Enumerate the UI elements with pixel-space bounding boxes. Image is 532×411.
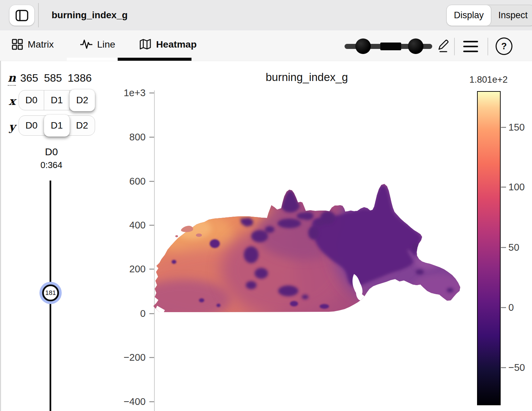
- header-divider: [38, 3, 39, 27]
- window-title: burning_index_g: [52, 0, 128, 30]
- menu-icon: [463, 40, 478, 53]
- menu-button[interactable]: [463, 38, 479, 55]
- y-tick: [149, 225, 154, 226]
- tab-heatmap[interactable]: Heatmap: [139, 30, 197, 58]
- slice-slider-handle[interactable]: 181: [39, 282, 62, 304]
- slice-dim-range: 0:364: [32, 160, 71, 170]
- y-tick-label: −400: [108, 396, 146, 407]
- y-axis-line: [154, 90, 155, 411]
- offshore-islands: [175, 226, 202, 237]
- y-tick-label: 1e+3: [108, 87, 146, 99]
- heatmap-canvas: [0, 0, 532, 411]
- colorbar-tick-label: −50: [508, 362, 525, 373]
- y-tick-label: −200: [108, 352, 146, 363]
- dark-patches: [240, 190, 453, 299]
- y-tick: [149, 137, 154, 138]
- dim-size-d0: 365: [20, 72, 38, 84]
- sidebar-toggle-button[interactable]: [9, 5, 34, 26]
- colorbar-tick: [501, 127, 506, 128]
- help-glyph: ?: [501, 41, 507, 52]
- colorbar: [477, 91, 501, 405]
- y-dim-option-d0[interactable]: D0: [19, 116, 44, 135]
- inspect-mode-button[interactable]: Inspect: [491, 5, 532, 26]
- display-mode-button[interactable]: Display: [447, 5, 491, 26]
- pulse-icon: [80, 39, 92, 50]
- x-dim-option-d0[interactable]: D0: [19, 90, 44, 110]
- colorbar-tick-label: 50: [508, 242, 519, 253]
- y-tick: [149, 92, 154, 93]
- toolbar-divider: [454, 38, 455, 55]
- colorbar-tick: [501, 307, 506, 308]
- tab-heatmap-label: Heatmap: [156, 39, 197, 50]
- range-slider-fill[interactable]: [380, 43, 401, 50]
- x-dim-option-d2-selected[interactable]: D2: [69, 89, 95, 111]
- range-slider-knob-left[interactable]: [355, 38, 371, 54]
- help-icon: ?: [496, 37, 512, 55]
- active-tab-indicator: [118, 58, 191, 61]
- header-bar: burning_index_g Display Inspect: [0, 0, 532, 30]
- left-window-edge: [0, 61, 1, 411]
- x-dim-option-d1[interactable]: D1: [44, 90, 69, 110]
- range-slider-knob-right[interactable]: [408, 38, 423, 54]
- colorbar-tick-label: 150: [508, 122, 525, 133]
- y-tick-label: 400: [108, 220, 146, 231]
- y-dim-option-d1-selected[interactable]: D1: [44, 114, 70, 137]
- tab-underline-track: [67, 58, 118, 61]
- y-dim-option-d2[interactable]: D2: [69, 116, 95, 135]
- edit-annotation-button[interactable]: [435, 38, 452, 55]
- x-axis-label: x: [9, 94, 16, 108]
- colorbar-tick: [501, 187, 506, 188]
- y-axis-label: y: [9, 120, 15, 133]
- app-window: { "header": { "title": "burning_index_g"…: [0, 0, 532, 411]
- toolbar-divider-2: [487, 38, 488, 55]
- tab-line[interactable]: Line: [80, 30, 115, 58]
- y-tick: [149, 357, 154, 358]
- dim-size-d1: 585: [44, 72, 62, 84]
- toolbar: Matrix Line Heatmap ?: [0, 30, 532, 61]
- edit-pencil-icon: [437, 39, 451, 54]
- colorbar-tick-label: 0: [508, 302, 514, 313]
- y-tick: [149, 313, 154, 314]
- colorbar-max-label: 1.801e+2: [466, 75, 511, 85]
- display-inspect-toggle: Display Inspect: [446, 5, 532, 26]
- slice-slider-value: 181: [42, 284, 59, 301]
- map-icon: [139, 39, 151, 50]
- heatmap-land-region: [116, 175, 489, 324]
- y-tick: [149, 401, 154, 402]
- x-dim-selector: D0 D1 D2: [19, 90, 95, 110]
- y-tick-label: 0: [108, 308, 146, 319]
- y-tick: [149, 269, 154, 270]
- colorbar-tick: [501, 367, 506, 368]
- slice-dim-name: D0: [32, 146, 71, 158]
- tab-matrix-label: Matrix: [28, 39, 54, 50]
- dark-specks: [172, 239, 329, 309]
- y-dim-selector: D0 D1 D2: [19, 115, 95, 136]
- dim-size-d2: 1386: [68, 72, 92, 84]
- sidebar-toggle-icon: [15, 9, 29, 22]
- tab-line-label: Line: [97, 39, 115, 50]
- y-tick-label: 800: [108, 132, 146, 143]
- lake-and-bays: [154, 274, 368, 312]
- colorbar-tick-label: 100: [508, 182, 525, 193]
- dim-sizes: 365 585 1386: [20, 72, 92, 84]
- y-tick-label: 200: [108, 264, 146, 275]
- tab-matrix[interactable]: Matrix: [12, 30, 54, 58]
- n-dims-label: n: [8, 71, 16, 86]
- grid-icon: [12, 39, 23, 50]
- plot-title: burning_index_g: [223, 71, 391, 84]
- colorbar-tick: [501, 247, 506, 248]
- y-tick: [149, 181, 154, 182]
- y-tick-label: 600: [108, 176, 146, 187]
- help-button[interactable]: ?: [496, 38, 512, 55]
